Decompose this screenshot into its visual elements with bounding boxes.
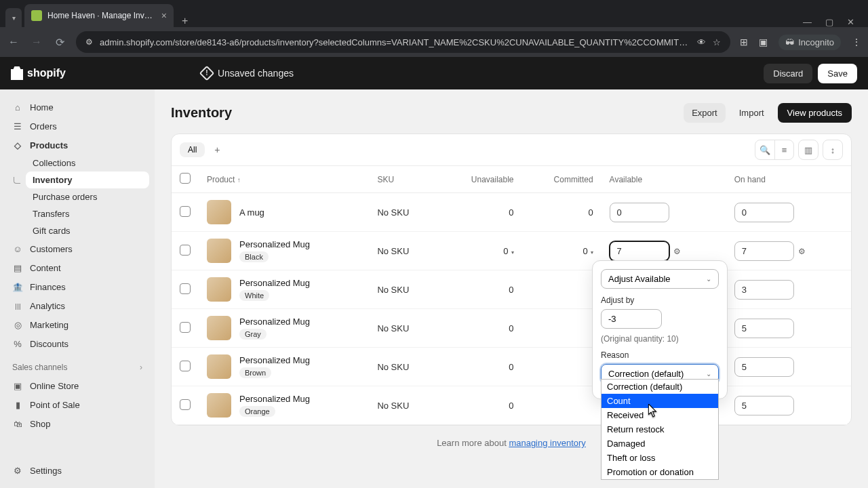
- reason-option[interactable]: Damaged: [601, 436, 718, 451]
- unavailable-cell[interactable]: 0: [438, 309, 522, 348]
- close-icon[interactable]: ×: [161, 10, 167, 21]
- sidebar-item-purchase-orders[interactable]: Purchase orders: [26, 188, 149, 205]
- sidebar-item-analytics[interactable]: ⫼Analytics: [5, 296, 149, 315]
- reason-option[interactable]: Correction (default): [601, 380, 718, 394]
- unavailable-cell[interactable]: 0: [438, 270, 522, 309]
- sidebar-item-customers[interactable]: ☺Customers: [5, 239, 149, 258]
- committed-cell[interactable]: [522, 386, 601, 425]
- eye-off-icon[interactable]: 👁: [697, 37, 706, 47]
- adjust-icon[interactable]: ⚙: [673, 247, 681, 256]
- row-checkbox[interactable]: [180, 283, 191, 294]
- on-hand-input[interactable]: [734, 396, 794, 415]
- on-hand-input[interactable]: [734, 357, 794, 377]
- save-button[interactable]: Save: [818, 64, 857, 83]
- committed-cell[interactable]: 0▾: [522, 232, 601, 270]
- row-checkbox[interactable]: [180, 245, 191, 256]
- managing-inventory-link[interactable]: managing inventory: [509, 438, 585, 448]
- discard-button[interactable]: Discard: [764, 64, 812, 83]
- col-sku[interactable]: SKU: [369, 166, 437, 193]
- unavailable-cell[interactable]: 0: [438, 386, 522, 425]
- col-available[interactable]: Available: [601, 166, 726, 193]
- sidebar-item-collections[interactable]: Collections: [26, 155, 149, 171]
- reason-option[interactable]: Count: [601, 394, 718, 408]
- import-button[interactable]: Import: [731, 103, 772, 123]
- col-on-hand[interactable]: On hand: [726, 166, 851, 193]
- sidebar-item-pos[interactable]: ▮Point of Sale: [5, 395, 149, 414]
- on-hand-input[interactable]: [734, 203, 794, 222]
- search-icon[interactable]: 🔍: [755, 140, 774, 159]
- row-checkbox[interactable]: [180, 206, 191, 217]
- reason-option[interactable]: Theft or loss: [601, 451, 718, 465]
- on-hand-input[interactable]: [734, 319, 794, 338]
- product-name[interactable]: Personalized Mug: [239, 239, 310, 249]
- columns-icon[interactable]: ▥: [799, 140, 818, 159]
- browser-tab[interactable]: Home Haven · Manage Invento ×: [24, 4, 174, 27]
- sidebar-item-home[interactable]: ⌂Home: [5, 98, 149, 117]
- new-tab-button[interactable]: +: [174, 15, 196, 27]
- tab-all[interactable]: All: [180, 142, 205, 157]
- menu-icon[interactable]: ⋮: [852, 37, 861, 47]
- incognito-badge[interactable]: 🕶 Incognito: [778, 35, 841, 50]
- close-window-icon[interactable]: ✕: [847, 17, 854, 27]
- sidebar-item-inventory[interactable]: Inventory: [26, 171, 149, 188]
- on-hand-input[interactable]: [734, 241, 794, 261]
- sidebar-item-online-store[interactable]: ▣Online Store: [5, 376, 149, 395]
- filter-icon[interactable]: ≡: [774, 140, 793, 159]
- unavailable-cell[interactable]: 0: [438, 348, 522, 386]
- sidebar-item-transfers[interactable]: Transfers: [26, 205, 149, 222]
- adjust-mode-select[interactable]: Adjust Available ⌄: [601, 269, 719, 289]
- reason-option[interactable]: Promotion or donation: [601, 465, 718, 479]
- back-button[interactable]: ←: [7, 36, 20, 48]
- adjust-icon[interactable]: ⚙: [798, 247, 806, 256]
- sidebar-item-orders[interactable]: ☰Orders: [5, 117, 149, 136]
- product-name[interactable]: Personalized Mug: [239, 394, 310, 404]
- row-checkbox[interactable]: [180, 399, 191, 410]
- star-icon[interactable]: ☆: [713, 37, 721, 47]
- unavailable-cell[interactable]: 0▾: [438, 232, 522, 270]
- sales-channels-header[interactable]: Sales channels ›: [5, 353, 149, 376]
- product-name[interactable]: A mug: [239, 207, 264, 218]
- url-box[interactable]: ⚙ admin.shopify.com/store/de8143-a6/prod…: [76, 31, 730, 53]
- on-hand-input[interactable]: [734, 280, 794, 300]
- sidebar-item-products[interactable]: ◇Products: [5, 136, 149, 155]
- committed-cell[interactable]: [522, 309, 601, 348]
- product-name[interactable]: Personalized Mug: [239, 355, 310, 365]
- product-name[interactable]: Personalized Mug: [239, 317, 310, 327]
- minimize-icon[interactable]: —: [803, 17, 812, 27]
- shopify-logo[interactable]: shopify: [11, 66, 66, 80]
- col-product[interactable]: Product ↑: [199, 166, 369, 193]
- view-products-button[interactable]: View products: [778, 103, 852, 123]
- maximize-icon[interactable]: ▢: [825, 17, 833, 27]
- row-checkbox[interactable]: [180, 322, 191, 333]
- sidebar-item-content[interactable]: ▤Content: [5, 258, 149, 277]
- available-input[interactable]: [610, 203, 669, 222]
- add-view-button[interactable]: +: [209, 142, 225, 158]
- extensions-icon[interactable]: ⊞: [740, 37, 748, 47]
- sidebar-item-gift-cards[interactable]: Gift cards: [26, 222, 149, 239]
- adjust-by-input[interactable]: [601, 309, 662, 329]
- unavailable-cell[interactable]: 0: [438, 193, 522, 232]
- committed-cell[interactable]: 0: [522, 193, 601, 232]
- sidebar-item-settings[interactable]: ⚙Settings: [5, 461, 149, 480]
- reload-button[interactable]: ⟳: [53, 36, 66, 49]
- forward-button[interactable]: →: [30, 36, 43, 48]
- panel-icon[interactable]: ▣: [759, 37, 768, 47]
- available-input[interactable]: [610, 241, 669, 261]
- committed-cell[interactable]: [522, 270, 601, 309]
- committed-cell[interactable]: [522, 348, 601, 386]
- sidebar-item-shop[interactable]: 🛍Shop: [5, 414, 149, 433]
- product-name[interactable]: Personalized Mug: [239, 278, 310, 288]
- reason-option[interactable]: Return restock: [601, 422, 718, 436]
- sort-icon[interactable]: ↕: [823, 140, 842, 159]
- export-button[interactable]: Export: [684, 103, 726, 123]
- select-all-checkbox[interactable]: [180, 173, 191, 184]
- reason-option[interactable]: Received: [601, 408, 718, 422]
- sidebar-item-discounts[interactable]: %Discounts: [5, 334, 149, 353]
- tab-list-dropdown[interactable]: ▾: [5, 8, 22, 27]
- sidebar-item-finances[interactable]: 🏦Finances: [5, 277, 149, 296]
- sidebar-item-marketing[interactable]: ◎Marketing: [5, 315, 149, 334]
- site-settings-icon[interactable]: ⚙: [85, 37, 93, 47]
- col-unavailable[interactable]: Unavailable: [438, 166, 522, 193]
- col-committed[interactable]: Committed: [522, 166, 601, 193]
- row-checkbox[interactable]: [180, 361, 191, 371]
